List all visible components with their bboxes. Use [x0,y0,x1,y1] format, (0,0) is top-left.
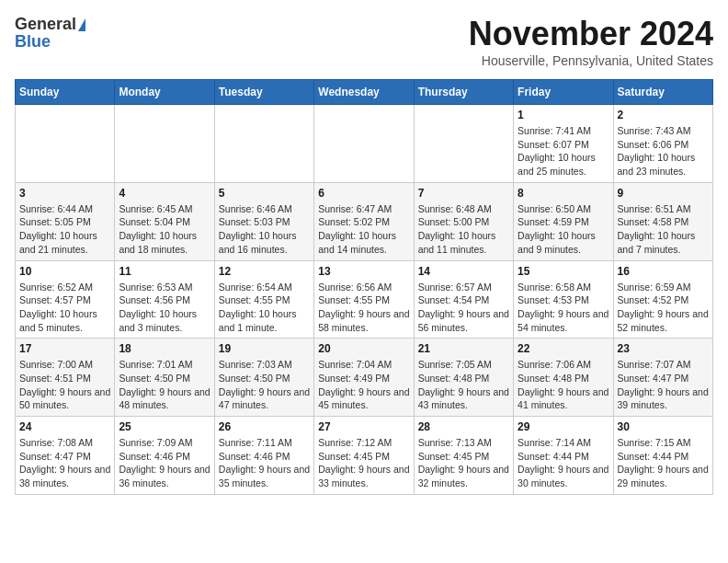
day-info: Sunrise: 6:57 AM Sunset: 4:54 PM Dayligh… [418,281,509,335]
day-info: Sunrise: 6:46 AM Sunset: 5:03 PM Dayligh… [219,202,310,257]
page-header: General Blue November 2024 Houserville, … [15,15,713,68]
calendar-cell: 4Sunrise: 6:45 AM Sunset: 5:04 PM Daylig… [115,182,214,260]
calendar-cell: 22Sunrise: 7:06 AM Sunset: 4:48 PM Dayli… [514,339,613,417]
calendar-body: 1Sunrise: 7:41 AM Sunset: 6:07 PM Daylig… [16,105,713,495]
calendar-cell: 27Sunrise: 7:12 AM Sunset: 4:45 PM Dayli… [314,417,414,495]
day-info: Sunrise: 7:41 AM Sunset: 6:07 PM Dayligh… [518,124,609,178]
calendar-cell: 3Sunrise: 6:44 AM Sunset: 5:05 PM Daylig… [16,182,115,260]
day-number: 28 [418,420,509,433]
logo-general-text: General [15,15,76,34]
day-number: 16 [618,265,709,278]
header-day-friday: Friday [514,80,613,105]
day-info: Sunrise: 7:05 AM Sunset: 4:48 PM Dayligh… [418,358,509,412]
calendar-cell [214,105,313,183]
calendar-cell: 23Sunrise: 7:07 AM Sunset: 4:47 PM Dayli… [613,339,712,417]
day-number: 21 [418,342,509,355]
day-number: 1 [518,109,609,121]
calendar-cell: 28Sunrise: 7:13 AM Sunset: 4:45 PM Dayli… [414,417,513,495]
day-info: Sunrise: 6:50 AM Sunset: 4:59 PM Dayligh… [518,202,609,257]
day-info: Sunrise: 7:13 AM Sunset: 4:45 PM Dayligh… [418,436,509,490]
day-number: 19 [219,342,310,355]
day-info: Sunrise: 7:07 AM Sunset: 4:47 PM Dayligh… [618,358,709,412]
day-number: 20 [318,342,409,355]
week-row-2: 3Sunrise: 6:44 AM Sunset: 5:05 PM Daylig… [16,182,713,260]
day-info: Sunrise: 6:58 AM Sunset: 4:53 PM Dayligh… [518,281,609,335]
calendar-cell: 11Sunrise: 6:53 AM Sunset: 4:56 PM Dayli… [115,260,214,339]
day-number: 23 [618,342,709,355]
day-number: 30 [618,420,709,433]
day-number: 25 [119,420,210,433]
calendar-cell: 21Sunrise: 7:05 AM Sunset: 4:48 PM Dayli… [414,339,513,417]
calendar-cell: 13Sunrise: 6:56 AM Sunset: 4:55 PM Dayli… [314,260,414,339]
calendar-cell: 12Sunrise: 6:54 AM Sunset: 4:55 PM Dayli… [214,260,313,339]
calendar-cell: 19Sunrise: 7:03 AM Sunset: 4:50 PM Dayli… [214,339,313,417]
calendar-cell: 5Sunrise: 6:46 AM Sunset: 5:03 PM Daylig… [214,182,313,260]
day-number: 22 [518,342,609,355]
calendar-cell [314,105,414,183]
calendar-cell: 16Sunrise: 6:59 AM Sunset: 4:52 PM Dayli… [613,260,712,339]
day-info: Sunrise: 6:54 AM Sunset: 4:55 PM Dayligh… [219,281,310,335]
calendar-cell [414,105,513,183]
day-number: 27 [318,420,409,433]
calendar-header: SundayMondayTuesdayWednesdayThursdayFrid… [16,80,713,105]
day-info: Sunrise: 6:53 AM Sunset: 4:56 PM Dayligh… [119,281,210,335]
calendar-cell: 15Sunrise: 6:58 AM Sunset: 4:53 PM Dayli… [514,260,613,339]
header-day-thursday: Thursday [414,80,513,105]
calendar-cell: 24Sunrise: 7:08 AM Sunset: 4:47 PM Dayli… [16,417,115,495]
header-day-tuesday: Tuesday [214,80,313,105]
day-info: Sunrise: 7:01 AM Sunset: 4:50 PM Dayligh… [119,358,210,412]
day-info: Sunrise: 6:48 AM Sunset: 5:00 PM Dayligh… [418,202,509,257]
day-number: 15 [518,265,609,278]
day-number: 3 [19,187,110,200]
day-number: 14 [418,265,509,278]
calendar-cell: 17Sunrise: 7:00 AM Sunset: 4:51 PM Dayli… [16,339,115,417]
calendar-cell: 9Sunrise: 6:51 AM Sunset: 4:58 PM Daylig… [613,182,712,260]
day-info: Sunrise: 6:47 AM Sunset: 5:02 PM Dayligh… [318,202,409,257]
title-section: November 2024 Houserville, Pennsylvania,… [469,15,713,68]
header-day-wednesday: Wednesday [314,80,414,105]
calendar-cell: 18Sunrise: 7:01 AM Sunset: 4:50 PM Dayli… [115,339,214,417]
week-row-4: 17Sunrise: 7:00 AM Sunset: 4:51 PM Dayli… [16,339,713,417]
calendar-cell: 6Sunrise: 6:47 AM Sunset: 5:02 PM Daylig… [314,182,414,260]
calendar-cell: 14Sunrise: 6:57 AM Sunset: 4:54 PM Dayli… [414,260,513,339]
month-title: November 2024 [469,15,713,53]
day-number: 12 [219,265,310,278]
day-number: 18 [119,342,210,355]
day-info: Sunrise: 7:14 AM Sunset: 4:44 PM Dayligh… [518,436,609,490]
day-number: 8 [518,187,609,200]
header-day-saturday: Saturday [613,80,712,105]
calendar-cell [16,105,115,183]
calendar-cell: 1Sunrise: 7:41 AM Sunset: 6:07 PM Daylig… [514,105,613,183]
day-info: Sunrise: 7:00 AM Sunset: 4:51 PM Dayligh… [19,358,110,412]
header-day-sunday: Sunday [16,80,115,105]
day-number: 17 [19,342,110,355]
day-info: Sunrise: 7:12 AM Sunset: 4:45 PM Dayligh… [318,436,409,490]
logo-blue-text: Blue [15,32,51,52]
calendar-cell: 20Sunrise: 7:04 AM Sunset: 4:49 PM Dayli… [314,339,414,417]
day-info: Sunrise: 6:44 AM Sunset: 5:05 PM Dayligh… [19,202,110,257]
day-info: Sunrise: 6:52 AM Sunset: 4:57 PM Dayligh… [19,281,110,335]
header-day-monday: Monday [115,80,214,105]
calendar-cell: 26Sunrise: 7:11 AM Sunset: 4:46 PM Dayli… [214,417,313,495]
day-info: Sunrise: 7:11 AM Sunset: 4:46 PM Dayligh… [219,436,310,490]
day-info: Sunrise: 7:08 AM Sunset: 4:47 PM Dayligh… [19,436,110,490]
day-info: Sunrise: 7:03 AM Sunset: 4:50 PM Dayligh… [219,358,310,412]
week-row-1: 1Sunrise: 7:41 AM Sunset: 6:07 PM Daylig… [16,105,713,183]
day-number: 11 [119,265,210,278]
day-number: 13 [318,265,409,278]
day-number: 5 [219,187,310,200]
logo-triangle-icon [78,18,85,31]
day-number: 4 [119,187,210,200]
day-number: 26 [219,420,310,433]
calendar-cell: 8Sunrise: 6:50 AM Sunset: 4:59 PM Daylig… [514,182,613,260]
calendar-cell: 30Sunrise: 7:15 AM Sunset: 4:44 PM Dayli… [613,417,712,495]
day-info: Sunrise: 6:56 AM Sunset: 4:55 PM Dayligh… [318,281,409,335]
day-number: 2 [618,109,709,121]
day-number: 24 [19,420,110,433]
week-row-3: 10Sunrise: 6:52 AM Sunset: 4:57 PM Dayli… [16,260,713,339]
day-number: 6 [318,187,409,200]
week-row-5: 24Sunrise: 7:08 AM Sunset: 4:47 PM Dayli… [16,417,713,495]
calendar-cell: 25Sunrise: 7:09 AM Sunset: 4:46 PM Dayli… [115,417,214,495]
day-number: 10 [19,265,110,278]
day-info: Sunrise: 6:51 AM Sunset: 4:58 PM Dayligh… [618,202,709,257]
